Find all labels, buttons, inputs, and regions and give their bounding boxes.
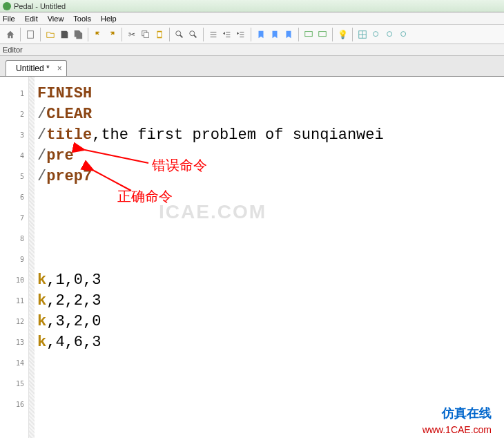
separator — [40, 28, 41, 41]
svg-point-12 — [401, 31, 406, 36]
line-number: 11 — [0, 291, 28, 312]
indent-icon[interactable] — [235, 28, 247, 41]
zoom-icon[interactable] — [370, 28, 382, 41]
grid-icon[interactable] — [356, 28, 369, 41]
bookmark-prev-icon[interactable] — [269, 28, 281, 41]
cut-icon[interactable]: ✂ — [126, 28, 138, 41]
save-icon[interactable] — [58, 28, 70, 41]
redo-icon[interactable] — [106, 28, 118, 41]
code-editor[interactable]: 1 2 3 4 5 6 7 8 9 10 11 12 13 14 15 16 F… — [0, 77, 504, 438]
editor-panel-label: Editor — [0, 44, 504, 56]
menu-file[interactable]: File — [3, 15, 15, 23]
separator — [169, 28, 170, 41]
menu-bar: File Edit View Tools Help — [0, 12, 504, 25]
separator — [122, 28, 122, 41]
new-file-icon[interactable] — [24, 28, 37, 41]
code-token: ,4,6,3 — [46, 334, 101, 351]
line-number: 3 — [0, 125, 28, 146]
line-number: 1 — [0, 84, 28, 104]
line-number: 4 — [0, 146, 28, 166]
line-number: 6 — [0, 187, 28, 208]
find-next-icon[interactable] — [187, 28, 200, 41]
find-icon[interactable] — [173, 28, 186, 41]
svg-point-5 — [176, 30, 181, 35]
separator — [88, 28, 88, 41]
line-number: 14 — [0, 353, 28, 374]
watermark-text: ICAE.COM — [159, 201, 266, 223]
code-token: ,1,0,3 — [46, 272, 101, 289]
line-number: 12 — [0, 312, 28, 332]
svg-rect-8 — [319, 31, 327, 36]
undo-icon[interactable] — [92, 28, 104, 41]
brand-label: 仿真在线 — [442, 405, 492, 421]
code-content[interactable]: FINISH /CLEAR /title,the first problem o… — [35, 77, 384, 438]
separator — [251, 28, 251, 41]
svg-rect-2 — [144, 32, 148, 37]
line-gutter: 1 2 3 4 5 6 7 8 9 10 11 12 13 14 15 16 — [0, 77, 29, 438]
save-all-icon[interactable] — [72, 28, 84, 41]
line-number: 7 — [0, 208, 28, 229]
close-icon[interactable]: × — [57, 64, 62, 73]
code-token: k — [37, 292, 46, 310]
menu-view[interactable]: View — [48, 15, 64, 23]
bookmark-icon[interactable] — [255, 28, 267, 41]
svg-line-13 — [85, 150, 148, 163]
code-token: k — [37, 272, 46, 289]
code-token: ,the first problem of sunqianwei — [92, 126, 383, 144]
separator — [203, 28, 204, 41]
code-token: prep7 — [46, 168, 92, 185]
menu-edit[interactable]: Edit — [25, 15, 38, 23]
editor-tabs: Untitled * × — [0, 56, 504, 77]
svg-rect-7 — [305, 31, 313, 36]
code-token: / — [37, 147, 46, 164]
bookmark-next-icon[interactable] — [282, 28, 295, 41]
code-token: title — [46, 126, 92, 144]
code-token: k — [37, 334, 46, 351]
line-number: 13 — [0, 332, 28, 353]
line-number: 16 — [0, 394, 28, 415]
svg-point-11 — [387, 31, 392, 36]
menu-help[interactable]: Help — [101, 15, 117, 23]
menu-tools[interactable]: Tools — [73, 15, 91, 23]
separator — [352, 28, 353, 41]
comment-icon[interactable] — [302, 28, 315, 41]
code-token: FINISH — [37, 85, 92, 102]
fold-gutter — [29, 77, 35, 438]
zoom-out-icon[interactable] — [398, 28, 410, 41]
annotation-wrong-command: 错误命令 — [152, 156, 207, 175]
line-number: 8 — [0, 229, 28, 249]
separator — [20, 28, 21, 41]
list-icon[interactable] — [207, 28, 220, 41]
outdent-icon[interactable] — [221, 28, 233, 41]
svg-rect-4 — [157, 32, 161, 37]
line-number: 2 — [0, 104, 28, 125]
tab-untitled[interactable]: Untitled * × — [6, 60, 67, 76]
code-token: / — [37, 106, 46, 123]
line-number: 5 — [0, 166, 28, 187]
toolbar: ✂ 💡 — [0, 25, 504, 44]
svg-point-10 — [374, 31, 378, 36]
uncomment-icon[interactable] — [316, 28, 329, 41]
annotation-arrow-wrong — [79, 146, 155, 169]
code-token: ,2,2,3 — [46, 292, 101, 310]
copy-icon[interactable] — [139, 28, 152, 41]
app-icon — [3, 2, 11, 10]
bulb-icon[interactable]: 💡 — [336, 28, 349, 41]
code-token: ,3,2,0 — [46, 313, 101, 330]
code-token: k — [37, 313, 46, 330]
svg-rect-0 — [28, 30, 34, 38]
open-icon[interactable] — [44, 28, 57, 41]
site-url: www.1CAE.com — [423, 424, 492, 435]
code-token: pre — [46, 147, 74, 164]
line-number: 15 — [0, 374, 28, 394]
paste-icon[interactable] — [153, 28, 166, 41]
code-token: CLEAR — [46, 106, 92, 123]
code-token: / — [37, 126, 46, 144]
separator — [298, 28, 299, 41]
line-number: 9 — [0, 249, 28, 270]
window-title: Pedal - Untitled — [14, 2, 66, 10]
tab-label: Untitled * — [16, 64, 50, 73]
home-icon[interactable] — [4, 28, 17, 41]
zoom-in-icon[interactable] — [384, 28, 396, 41]
separator — [332, 28, 333, 41]
